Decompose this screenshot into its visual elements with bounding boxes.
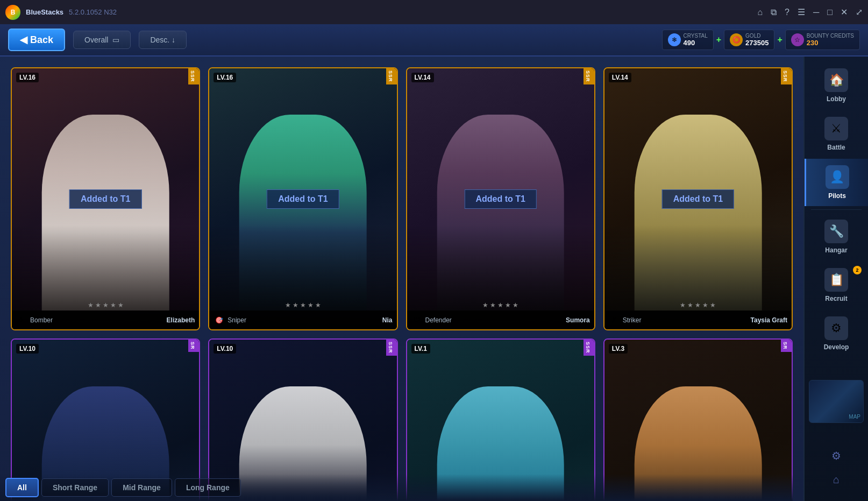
minimize-icon[interactable]: ─ xyxy=(813,8,819,17)
filter-all[interactable]: All xyxy=(5,478,39,497)
home-bottom-icon[interactable]: ⌂ xyxy=(829,469,844,490)
card-info: ✗ Striker Taysia Graft xyxy=(604,311,792,329)
titlebar: B BlueStacks 5.2.0.1052 N32 ⌂ ⧉ ? ☰ ─ □ … xyxy=(0,0,868,24)
filter-short-range[interactable]: Short Range xyxy=(41,478,109,497)
pilot-class: Bomber xyxy=(30,316,53,324)
develop-icon: ⚙ xyxy=(824,316,848,340)
sr-badge: SR xyxy=(781,340,792,352)
gold-icon: ⭕ xyxy=(730,33,743,46)
class-icon: 🛡 xyxy=(411,315,422,326)
sidebar-item-hangar[interactable]: 🔧 Hangar xyxy=(805,213,868,260)
sidebar-label-recruit: Recruit xyxy=(825,295,847,302)
home-icon[interactable]: ⌂ xyxy=(757,8,763,17)
filter-mid-range[interactable]: Mid Range xyxy=(111,478,172,497)
stars-row: ★★★★★ xyxy=(407,301,594,309)
recruit-icon: 📋 xyxy=(824,268,848,292)
pilot-name: Sumora xyxy=(566,316,590,324)
sidebar-item-recruit[interactable]: 2 📋 Recruit xyxy=(805,262,868,309)
sidebar-bottom-controls: ⚙ ⌂ xyxy=(827,445,845,496)
overall-button[interactable]: Overall ▭ xyxy=(73,31,131,49)
help-icon[interactable]: ? xyxy=(785,8,789,17)
pilot-name: Elizabeth xyxy=(167,316,195,324)
app-logo: B xyxy=(5,5,20,20)
bounty-label: BOUNTY CREDITS xyxy=(807,33,854,39)
close-icon[interactable]: ✕ xyxy=(841,7,848,17)
filter-tabs: All Short Range Mid Range Long Range xyxy=(0,474,793,501)
stars-row: ★ ★ ★ ★ ★ xyxy=(12,301,199,309)
class-icon: ✗ xyxy=(609,315,620,326)
filter-long-range[interactable]: Long Range xyxy=(175,478,241,497)
card-info: ✈ Bomber Elizabeth xyxy=(12,311,199,329)
app-version: 5.2.0.1052 N32 xyxy=(69,8,117,16)
sr-badge: SR xyxy=(188,340,199,352)
sidebar-item-develop[interactable]: ⚙ Develop xyxy=(805,310,868,357)
pilot-card-elizabeth[interactable]: LV.16 SSR Added to T1 ★ ★ ★ ★ ★ ✈ Bomber… xyxy=(11,67,200,330)
pilot-card-nia[interactable]: LV.16 SSR Added to T1 ★★★★★ 🎯 Sniper Nia xyxy=(208,67,397,330)
sidebar-divider xyxy=(811,209,862,210)
level-badge: LV.14 xyxy=(411,73,434,82)
sidebar-label-pilots: Pilots xyxy=(828,192,846,200)
filter-icon: ▭ xyxy=(112,36,119,44)
pilot-name: Nia xyxy=(382,316,393,324)
class-icon: 🎯 xyxy=(214,315,224,326)
topbar: ◀ Back Overall ▭ Desc. ↓ ❄ CRYSTAL 490 +… xyxy=(0,24,868,57)
battle-icon: ⚔ xyxy=(824,117,848,140)
ssr-badge: SSR xyxy=(584,68,594,84)
recruit-badge: 2 xyxy=(853,266,862,274)
main-area: LV.16 SSR Added to T1 ★ ★ ★ ★ ★ ✈ Bomber… xyxy=(0,57,868,501)
ssr-badge: SSR xyxy=(188,68,199,84)
sidebar-label-lobby: Lobby xyxy=(827,95,846,103)
pilots-area: LV.16 SSR Added to T1 ★ ★ ★ ★ ★ ✈ Bomber… xyxy=(0,57,803,501)
menu-icon[interactable]: ☰ xyxy=(798,7,805,17)
pilot-class: Sniper xyxy=(227,316,246,324)
crystal-icon: ❄ xyxy=(668,33,681,46)
ssr-badge: SSR xyxy=(386,68,397,84)
level-badge: LV.10 xyxy=(16,344,39,354)
hangar-icon: 🔧 xyxy=(824,220,848,243)
maximize-icon[interactable]: □ xyxy=(827,8,833,17)
level-badge: LV.1 xyxy=(411,344,430,354)
back-button[interactable]: ◀ Back xyxy=(8,29,65,51)
added-banner: Added to T1 xyxy=(69,189,141,209)
card-info: 🛡 Defender Sumora xyxy=(407,311,594,329)
pilot-card-sumora[interactable]: LV.14 SSR Added to T1 ★★★★★ 🛡 Defender S… xyxy=(406,67,595,330)
resize-icon[interactable]: ⤢ xyxy=(856,7,863,17)
bounty-icon: ☆ xyxy=(791,33,804,46)
ssr-badge: SSR xyxy=(781,68,792,84)
sidebar-item-battle[interactable]: ⚔ Battle xyxy=(805,110,868,158)
pilots-icon: 👤 xyxy=(826,165,849,189)
sidebar-item-lobby[interactable]: 🏠 Lobby xyxy=(805,62,868,109)
pilot-name: Taysia Graft xyxy=(751,316,787,324)
gold-resource: ⭕ GOLD 273505 xyxy=(724,30,774,50)
ssr-badge: SSR xyxy=(584,340,594,356)
pilot-card-taysia[interactable]: LV.14 SSR Added to T1 ★★★★★ ✗ Striker Ta… xyxy=(603,67,793,330)
app-title: BlueStacks xyxy=(26,8,63,16)
desc-button[interactable]: Desc. ↓ xyxy=(139,31,187,49)
ssr-badge: SSR xyxy=(386,340,397,356)
stars-row: ★★★★★ xyxy=(209,301,396,309)
sidebar-label-develop: Develop xyxy=(824,343,849,351)
sidebar-label-hangar: Hangar xyxy=(825,246,847,254)
class-icon: ✈ xyxy=(16,315,27,326)
gold-value: 273505 xyxy=(745,39,769,47)
bounty-resource: ☆ BOUNTY CREDITS 230 xyxy=(785,30,860,50)
settings-icon[interactable]: ⚙ xyxy=(827,445,845,467)
crystal-add-button[interactable]: + xyxy=(716,35,721,45)
bounty-value: 230 xyxy=(807,39,854,47)
level-badge: LV.16 xyxy=(16,73,39,82)
level-badge: LV.10 xyxy=(214,344,236,354)
crystal-label: CRYSTAL xyxy=(684,33,708,39)
gold-add-button[interactable]: + xyxy=(777,35,782,45)
level-badge: LV.14 xyxy=(609,73,631,82)
copy-icon[interactable]: ⧉ xyxy=(771,8,777,17)
sidebar-label-battle: Battle xyxy=(827,144,845,151)
crystal-value: 490 xyxy=(684,39,708,47)
right-sidebar: 🏠 Lobby ⚔ Battle 👤 Pilots 🔧 Hangar 2 📋 R… xyxy=(803,57,868,501)
lobby-icon: 🏠 xyxy=(824,68,848,92)
sidebar-item-pilots[interactable]: 👤 Pilots xyxy=(805,159,868,206)
pilot-class: Defender xyxy=(425,316,452,324)
added-banner: Added to T1 xyxy=(464,189,536,209)
card-info: 🎯 Sniper Nia xyxy=(209,311,396,329)
level-badge: LV.16 xyxy=(214,73,236,82)
map-preview: MAP xyxy=(805,376,868,427)
